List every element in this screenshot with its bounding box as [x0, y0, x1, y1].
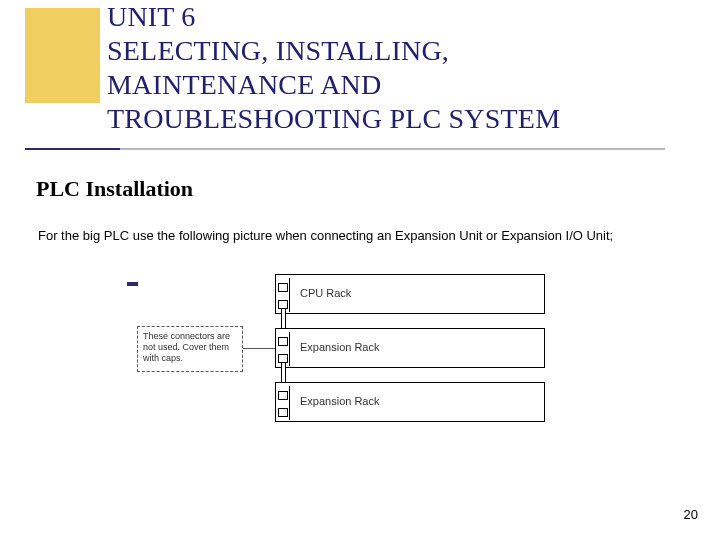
rack-expansion-1: Expansion Rack: [275, 328, 545, 368]
rack-label: CPU Rack: [300, 287, 351, 299]
rack-expansion-2: Expansion Rack: [275, 382, 545, 422]
rack-cpu: CPU Rack: [275, 274, 545, 314]
slide-title: UNIT 6 SELECTING, INSTALLING, MAINTENANC…: [107, 0, 667, 136]
callout-leader-line: [243, 348, 275, 349]
rack-slot: [276, 386, 290, 420]
title-line-2: SELECTING, INSTALLING,: [107, 34, 667, 68]
accent-box: [25, 8, 100, 103]
rack-slot: [276, 332, 290, 366]
connector-port-icon: [278, 283, 288, 292]
section-heading: PLC Installation: [36, 176, 193, 202]
title-line-4: TROUBLESHOOTING PLC SYSTEM: [107, 102, 667, 136]
rack-diagram: These connectors are not used. Cover the…: [135, 268, 565, 448]
rack-slot: [276, 278, 290, 312]
title-line-1: UNIT 6: [107, 0, 667, 34]
rack-label: Expansion Rack: [300, 395, 380, 407]
page-number: 20: [684, 507, 698, 522]
connector-port-icon: [278, 408, 288, 417]
title-line-3: MAINTENANCE AND: [107, 68, 667, 102]
body-paragraph: For the big PLC use the following pictur…: [38, 228, 613, 243]
connector-port-icon: [278, 391, 288, 400]
connector-port-icon: [278, 337, 288, 346]
rack-label: Expansion Rack: [300, 341, 380, 353]
callout-note: These connectors are not used. Cover the…: [137, 326, 243, 372]
divider-rule: [25, 148, 665, 150]
divider-accent: [25, 148, 120, 150]
